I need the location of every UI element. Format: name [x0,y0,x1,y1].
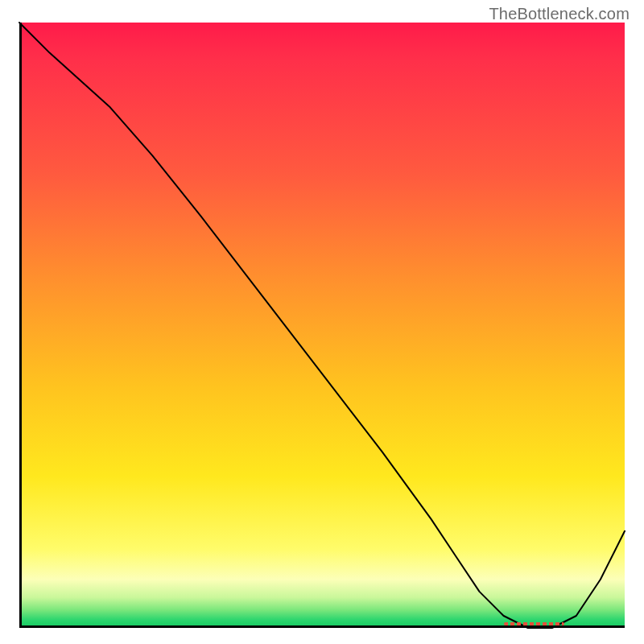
bottleneck-curve [19,23,625,628]
chart-container: TheBottleneck.com [0,0,644,644]
x-axis [19,625,625,628]
plot-frame [19,23,625,628]
watermark-text: TheBottleneck.com [489,5,630,23]
y-axis [19,23,22,628]
